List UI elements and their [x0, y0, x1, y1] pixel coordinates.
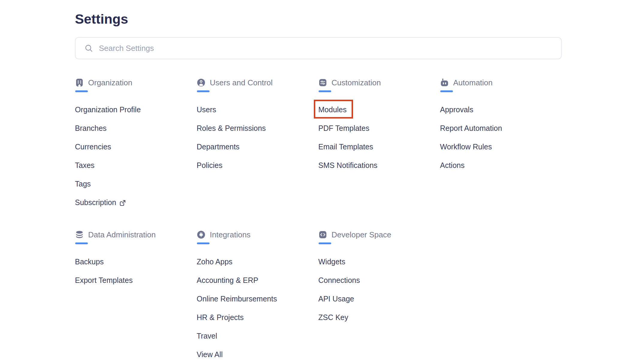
plug-circle-icon	[197, 230, 206, 239]
link-pdf-templates[interactable]: PDF Templates	[318, 124, 369, 133]
section-links: Organization Profile Branches Currencies…	[75, 105, 197, 217]
link-widgets[interactable]: Widgets	[318, 257, 345, 266]
section-header: Automation	[440, 77, 562, 88]
list-item: Connections	[318, 276, 440, 295]
settings-page: Settings Organization	[0, 0, 630, 364]
list-item: Modules	[318, 105, 440, 124]
list-item: View All	[197, 350, 318, 364]
search-bar[interactable]	[75, 37, 562, 59]
section-underline	[197, 90, 210, 92]
link-accounting-erp[interactable]: Accounting & ERP	[197, 276, 258, 285]
section-header: Integrations	[197, 229, 318, 240]
section-links: Backups Export Templates	[75, 257, 197, 295]
link-sms-notifications[interactable]: SMS Notifications	[318, 161, 377, 170]
list-item: Organization Profile	[75, 105, 197, 124]
external-link-icon	[119, 200, 126, 206]
section-customization: Customization Modules PDF Templates Emai…	[318, 77, 440, 180]
link-policies[interactable]: Policies	[197, 161, 222, 170]
link-organization-profile[interactable]: Organization Profile	[75, 105, 141, 114]
section-header: Customization	[318, 77, 440, 88]
list-item: Accounting & ERP	[197, 276, 318, 295]
link-branches[interactable]: Branches	[75, 124, 107, 133]
link-hr-projects[interactable]: HR & Projects	[197, 313, 244, 322]
link-label: Modules	[318, 105, 347, 114]
code-icon	[318, 230, 327, 239]
link-taxes[interactable]: Taxes	[75, 161, 94, 170]
list-item: ZSC Key	[318, 313, 440, 332]
section-links: Approvals Report Automation Workflow Rul…	[440, 105, 562, 180]
search-input[interactable]	[98, 43, 519, 53]
section-title: Users and Control	[210, 78, 273, 87]
page-title: Settings	[75, 11, 630, 27]
link-online-reimbursements[interactable]: Online Reimbursements	[197, 295, 277, 303]
section-underline	[75, 242, 88, 244]
list-item: Tags	[75, 180, 197, 198]
link-approvals[interactable]: Approvals	[440, 105, 473, 114]
link-report-automation[interactable]: Report Automation	[440, 124, 502, 133]
list-item: Zoho Apps	[197, 257, 318, 276]
link-actions[interactable]: Actions	[440, 161, 465, 170]
database-icon	[75, 230, 84, 239]
link-zsc-key[interactable]: ZSC Key	[318, 313, 348, 322]
section-data-administration: Data Administration Backups Export Templ…	[75, 229, 197, 295]
section-title: Developer Space	[331, 230, 391, 239]
list-item: Policies	[197, 161, 318, 180]
list-item: Approvals	[440, 105, 562, 124]
list-item: Actions	[440, 161, 562, 180]
section-links: Users Roles & Permissions Departments Po…	[197, 105, 318, 180]
section-title: Customization	[331, 78, 381, 87]
link-export-templates[interactable]: Export Templates	[75, 276, 133, 285]
section-title: Integrations	[210, 230, 251, 239]
link-connections[interactable]: Connections	[318, 276, 360, 285]
search-icon	[85, 44, 93, 52]
building-icon	[75, 78, 84, 87]
link-modules[interactable]: Modules	[318, 105, 353, 119]
modules-highlight-box: Modules	[314, 100, 353, 119]
link-backups[interactable]: Backups	[75, 257, 104, 266]
section-links: Widgets Connections API Usage ZSC Key	[318, 257, 440, 332]
list-item: Workflow Rules	[440, 142, 562, 161]
link-users[interactable]: Users	[197, 105, 216, 114]
link-currencies[interactable]: Currencies	[75, 142, 111, 151]
section-links: Zoho Apps Accounting & ERP Online Reimbu…	[197, 257, 318, 364]
section-underline	[319, 242, 331, 244]
section-organization: Organization Organization Profile Branch…	[75, 77, 197, 217]
section-users-and-control: Users and Control Users Roles & Permissi…	[197, 77, 318, 180]
list-item: Travel	[197, 332, 318, 350]
section-title: Data Administration	[88, 230, 156, 239]
section-underline	[75, 90, 88, 92]
section-title: Organization	[88, 78, 132, 87]
list-item: Export Templates	[75, 276, 197, 295]
sliders-icon	[318, 78, 327, 87]
link-departments[interactable]: Departments	[197, 142, 239, 151]
link-workflow-rules[interactable]: Workflow Rules	[440, 142, 492, 151]
list-item: Widgets	[318, 257, 440, 276]
link-tags[interactable]: Tags	[75, 180, 91, 188]
section-header: Developer Space	[318, 229, 440, 240]
section-header: Data Administration	[75, 229, 197, 240]
section-title: Automation	[453, 78, 493, 87]
link-subscription[interactable]: Subscription	[75, 198, 126, 207]
list-item: Currencies	[75, 142, 197, 161]
link-travel[interactable]: Travel	[197, 332, 217, 340]
list-item: HR & Projects	[197, 313, 318, 332]
list-item: Backups	[75, 257, 197, 276]
section-integrations: Integrations Zoho Apps Accounting & ERP …	[197, 229, 318, 364]
list-item: Branches	[75, 124, 197, 142]
list-item: Roles & Permissions	[197, 124, 318, 142]
section-header: Users and Control	[197, 77, 318, 88]
robot-icon	[440, 78, 449, 87]
list-item: Subscription	[75, 198, 197, 217]
link-view-all[interactable]: View All	[197, 350, 223, 359]
link-roles-permissions[interactable]: Roles & Permissions	[197, 124, 266, 133]
link-api-usage[interactable]: API Usage	[318, 295, 354, 303]
user-circle-icon	[197, 78, 206, 87]
section-automation: Automation Approvals Report Automation W…	[440, 77, 562, 180]
link-email-templates[interactable]: Email Templates	[318, 142, 373, 151]
list-item: Departments	[197, 142, 318, 161]
link-zoho-apps[interactable]: Zoho Apps	[197, 257, 233, 266]
section-underline	[197, 242, 210, 244]
section-links: Modules PDF Templates Email Templates SM…	[318, 105, 440, 180]
section-underline	[319, 90, 331, 92]
section-header: Organization	[75, 77, 197, 88]
